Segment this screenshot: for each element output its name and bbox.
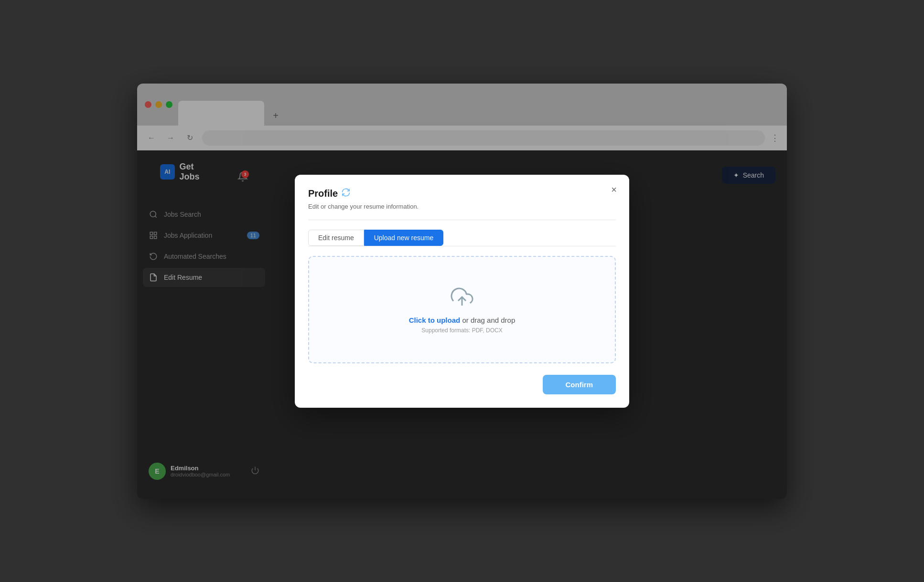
modal-subtitle: Edit or change your resume information.	[308, 203, 616, 210]
tab-edit-resume[interactable]: Edit resume	[308, 230, 364, 246]
sync-icon	[342, 188, 350, 199]
modal-close-button[interactable]: ×	[606, 182, 622, 198]
modal-footer: Confirm	[308, 375, 616, 394]
upload-drag-text: or drag and drop	[460, 316, 515, 324]
modal-tabs: Edit resume Upload new resume	[308, 230, 616, 246]
upload-click-text: Click to upload	[409, 316, 461, 324]
upload-dropzone[interactable]: Click to upload or drag and drop Support…	[308, 256, 616, 363]
confirm-button[interactable]: Confirm	[543, 375, 616, 394]
modal-header: Profile	[308, 188, 616, 199]
modal: × Profile Edit or change your resume inf…	[295, 175, 629, 408]
tab-upload-resume[interactable]: Upload new resume	[364, 230, 444, 246]
modal-title: Profile	[308, 188, 338, 199]
modal-divider	[308, 220, 616, 220]
cloud-upload-icon	[319, 286, 605, 308]
upload-formats: Supported formats: PDF, DOCX	[319, 327, 605, 334]
upload-instructions: Click to upload or drag and drop	[319, 316, 605, 324]
